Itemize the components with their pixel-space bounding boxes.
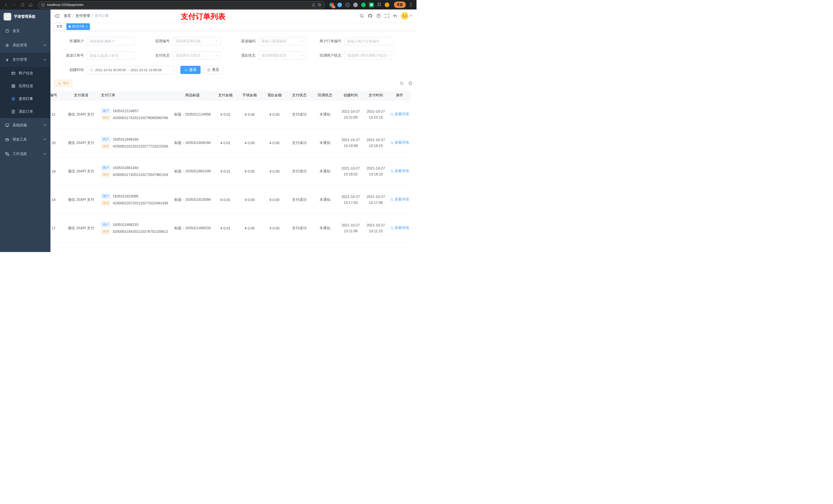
- view-detail-link[interactable]: 查看详情: [390, 225, 409, 230]
- filter-label: 支付状态: [137, 53, 173, 58]
- refund-status-select[interactable]: 请选择退款状态: [259, 51, 306, 60]
- column-header: 商品标题: [171, 90, 214, 100]
- reset-button[interactable]: 重置: [203, 66, 223, 74]
- date-start: 2021-10-01 00:00:00: [95, 68, 126, 72]
- sidebar-item-dev-tools[interactable]: 研发工具: [0, 133, 50, 147]
- pay-order-no: 4200001194202110276752100612: [113, 230, 168, 234]
- actions-cell: [388, 242, 411, 252]
- channel-order-no-input[interactable]: [87, 51, 135, 60]
- product-title: 标题：1635312124656: [171, 100, 214, 128]
- pay-order-cell: 商户1635311468233 支付4200001194202110276752…: [98, 214, 171, 242]
- refund-amount: ¥ 0.00: [262, 100, 287, 128]
- table-row: 17 微信 JSAPI 支付 商户1635311468233 支付4200001…: [50, 214, 411, 242]
- fullscreen-icon[interactable]: [385, 14, 389, 18]
- sidebar-item-refund-order[interactable]: 退款订单: [0, 105, 50, 118]
- pay-status-select[interactable]: 请选择支付状态: [173, 51, 220, 60]
- breadcrumb-home[interactable]: 首页: [64, 14, 71, 18]
- card-icon: [11, 71, 15, 75]
- sidebar-item-workflow[interactable]: 工作流程: [0, 147, 50, 161]
- column-header: 退款金额: [262, 90, 287, 100]
- table-search-toggle-icon[interactable]: [400, 81, 404, 85]
- fee-amount: ¥ 0.00: [237, 128, 262, 157]
- channel-code-select[interactable]: 请输入渠道编码: [259, 37, 306, 45]
- merchant-order-no: 1635311949168: [113, 137, 138, 141]
- browser-reload-button[interactable]: [19, 1, 26, 8]
- extensions-puzzle-icon[interactable]: [377, 3, 381, 7]
- sidebar-toggle-icon[interactable]: [54, 14, 60, 18]
- pay-channel: 微信 JSAPI 支付: [64, 100, 98, 128]
- pay-time: [363, 242, 388, 252]
- gear-icon: [5, 43, 9, 47]
- sidebar-item-system[interactable]: 系统管理: [0, 38, 50, 52]
- search-icon: [390, 226, 394, 230]
- search-button[interactable]: 搜索: [180, 66, 200, 74]
- view-detail-link[interactable]: 查看详情: [390, 140, 409, 145]
- pay-channel: [64, 242, 98, 252]
- notify-status-select[interactable]: 请选择订单回调商户状态: [344, 51, 392, 60]
- tab-pay-order[interactable]: 支付订单 ×: [66, 23, 90, 30]
- sidebar-item-payment[interactable]: ¥ 支付管理: [0, 52, 50, 67]
- sidebar-item-home[interactable]: 首页: [0, 24, 50, 38]
- table-row: 21 微信 JSAPI 支付 商户1635312124657 支付4200001…: [50, 100, 411, 128]
- browser-back-button[interactable]: [3, 1, 10, 8]
- github-icon[interactable]: [368, 14, 373, 18]
- view-detail-link[interactable]: 查看详情: [390, 169, 409, 173]
- help-icon[interactable]: [376, 14, 381, 18]
- filter-row-2: 渠道订单号 支付状态 请选择支付状态 退款状态 请选择退款状态 回调商户状态 请…: [50, 51, 416, 60]
- merchant-order-no: 1635312124657: [113, 109, 139, 113]
- font-size-icon[interactable]: TT: [393, 14, 397, 18]
- notify-status: 未通知: [312, 128, 338, 157]
- extension-icon[interactable]: [361, 3, 366, 7]
- merchant-order-no-input[interactable]: [344, 37, 392, 45]
- create-time-range-picker[interactable]: 2021-10-01 00:00:00 - 2021-10-31 23:59:5…: [87, 66, 174, 74]
- extension-badge: 10: [331, 6, 336, 8]
- search-icon: [390, 198, 394, 201]
- pay-amount: ¥ 0.01: [214, 186, 237, 214]
- export-button[interactable]: 导出: [54, 80, 72, 87]
- column-header: 编号: [50, 90, 64, 100]
- sidebar-item-infra[interactable]: 基础设施: [0, 118, 50, 133]
- app-id-select[interactable]: 请选择应用信息: [173, 37, 220, 45]
- browser-menu-icon[interactable]: [409, 2, 413, 8]
- pay-time: 2021-10-2713:11:15: [363, 214, 388, 242]
- user-menu[interactable]: [401, 12, 412, 20]
- bookmark-star-icon[interactable]: [318, 3, 322, 7]
- browser-home-button[interactable]: [27, 1, 34, 8]
- extension-icon[interactable]: [369, 3, 374, 7]
- site-info-icon[interactable]: [41, 3, 45, 7]
- order-id: 20: [50, 128, 64, 157]
- app-logo[interactable]: 芋道管理系统: [0, 9, 50, 24]
- search-icon[interactable]: [359, 14, 364, 18]
- pay-amount: ¥ 0.01: [214, 128, 237, 157]
- extension-icon[interactable]: [345, 3, 350, 7]
- url-bar[interactable]: localhost:1024/pay/order: [38, 1, 325, 8]
- merchant-input[interactable]: [87, 37, 135, 45]
- orders-table: 编号 支付渠道 支付订单 商品标题 支付金额 手续金额 退款金额 支付状态 回调…: [50, 90, 416, 252]
- column-header: 回调状态: [312, 90, 338, 100]
- browser-forward-button[interactable]: [11, 1, 18, 8]
- filter-label: 创建时间: [51, 68, 87, 72]
- logo-avatar: [4, 13, 11, 21]
- filter-label: 渠道订单号: [51, 53, 87, 58]
- column-header: 手续金额: [237, 90, 262, 100]
- extension-icon[interactable]: [337, 3, 342, 7]
- close-icon[interactable]: ×: [86, 25, 88, 28]
- share-icon[interactable]: [312, 3, 315, 7]
- view-detail-link[interactable]: 查看详情: [390, 112, 409, 117]
- table-refresh-icon[interactable]: [408, 81, 412, 85]
- profile-avatar-icon[interactable]: [385, 3, 389, 7]
- notify-status: 未通知: [312, 157, 338, 186]
- extension-icon[interactable]: [353, 3, 358, 7]
- fee-amount: ¥ 0.00: [237, 214, 262, 242]
- tab-home[interactable]: 首页: [54, 23, 65, 30]
- sidebar-item-app-info[interactable]: 应用信息: [0, 80, 50, 93]
- breadcrumb-pay-mgmt[interactable]: 支付管理: [76, 14, 90, 18]
- extension-icon[interactable]: 10: [329, 3, 334, 7]
- sidebar-item-merchant-info[interactable]: 商户信息: [0, 67, 50, 80]
- column-header: 创建时间: [338, 90, 363, 100]
- chrome-update-button[interactable]: 更新: [394, 2, 406, 8]
- chevron-down-icon: [43, 124, 46, 127]
- filter-label: 渠道编码: [223, 39, 259, 44]
- view-detail-link[interactable]: 查看详情: [390, 197, 409, 202]
- sidebar-item-pay-order[interactable]: 支付订单: [0, 93, 50, 105]
